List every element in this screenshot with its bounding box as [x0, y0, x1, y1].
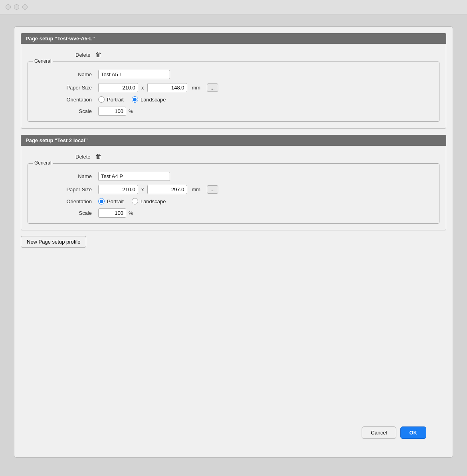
section1-paper-unit: mm [192, 85, 201, 91]
section1-portrait-option[interactable]: Portrait [98, 96, 124, 103]
section1-name-label: Name [34, 71, 98, 77]
section1-portrait-label: Portrait [107, 97, 124, 103]
section2-portrait-label: Portrait [107, 198, 124, 204]
section1-orientation-options: Portrait Landscape [98, 96, 166, 103]
section1-delete-label: Delete [75, 52, 91, 58]
section2-portrait-option[interactable]: Portrait [98, 198, 124, 204]
section2-orientation-label: Orientation [34, 198, 98, 204]
section1-x-sep: x [141, 85, 144, 91]
section2-orientation-row: Orientation Portrait Landscape [34, 198, 433, 204]
section2-delete-button[interactable]: 🗑 [95, 153, 102, 160]
section2-landscape-option[interactable]: Landscape [132, 198, 166, 204]
section2-x-sep: x [141, 186, 144, 192]
section2-body: Delete 🗑 General Name Paper Size [21, 146, 446, 230]
main-content: Page setup “Test-wve-A5-L” Delete 🗑 Gene… [21, 33, 446, 451]
section2-scale-label: Scale [34, 210, 98, 216]
section2-paper-height[interactable] [147, 185, 187, 194]
cancel-button[interactable]: Cancel [362, 426, 396, 439]
section2-landscape-label: Landscape [140, 198, 166, 204]
section2-landscape-radio[interactable] [132, 198, 138, 204]
window-chrome [0, 0, 467, 14]
section1-landscape-label: Landscape [140, 97, 166, 103]
section2-paper-size-row: Paper Size x mm ... [34, 185, 433, 194]
section1-body: Delete 🗑 General Name Paper Size [21, 44, 446, 129]
section1-orientation-row: Orientation Portrait Landscape [34, 96, 433, 103]
section2-portrait-radio[interactable] [98, 198, 105, 204]
section2-scale-row: Scale % [34, 208, 433, 218]
section1-landscape-option[interactable]: Landscape [132, 96, 166, 103]
section1-percent-label: % [129, 108, 133, 114]
section2: Page setup “Test 2 local” Delete 🗑 Gener… [21, 135, 446, 230]
ok-button[interactable]: OK [400, 426, 427, 439]
bottom-bar: Cancel OK [362, 426, 426, 439]
section2-delete-row: Delete 🗑 [28, 151, 439, 163]
section1-name-input[interactable] [98, 70, 170, 79]
section1-delete-button[interactable]: 🗑 [95, 51, 102, 58]
section2-ellipsis-button[interactable]: ... [207, 185, 218, 194]
minimize-button[interactable] [14, 4, 19, 10]
section2-paper-unit: mm [192, 186, 201, 192]
section1-portrait-radio[interactable] [98, 96, 105, 103]
section1-delete-row: Delete 🗑 [28, 49, 439, 61]
section2-name-row: Name [34, 172, 433, 181]
section1-paper-width[interactable] [98, 83, 138, 92]
section2-general-legend: General [33, 160, 53, 166]
dialog-container: Page setup “Test-wve-A5-L” Delete 🗑 Gene… [14, 26, 453, 458]
section1: Page setup “Test-wve-A5-L” Delete 🗑 Gene… [21, 33, 446, 129]
section2-name-input[interactable] [98, 172, 170, 181]
section1-paper-size-label: Paper Size [34, 85, 98, 91]
section1-general-group: General Name Paper Size x mm [28, 61, 439, 122]
section2-scale-input[interactable] [98, 208, 126, 218]
section1-paper-size-inputs: x mm ... [98, 83, 218, 92]
section1-landscape-radio[interactable] [132, 96, 138, 103]
maximize-button[interactable] [22, 4, 28, 10]
section2-orientation-options: Portrait Landscape [98, 198, 166, 204]
section2-percent-label: % [129, 210, 133, 216]
section1-name-row: Name [34, 70, 433, 79]
section1-paper-size-row: Paper Size x mm ... [34, 83, 433, 92]
section1-orientation-label: Orientation [34, 97, 98, 103]
close-button[interactable] [6, 4, 11, 10]
new-page-setup-profile-button[interactable]: New Page setup profile [21, 236, 86, 248]
section1-general-legend: General [33, 58, 53, 64]
section2-name-label: Name [34, 173, 98, 179]
section1-ellipsis-button[interactable]: ... [207, 83, 218, 92]
section2-header: Page setup “Test 2 local” [21, 135, 446, 146]
section2-paper-size-label: Paper Size [34, 186, 98, 192]
section2-paper-size-inputs: x mm ... [98, 185, 218, 194]
section2-general-group: General Name Paper Size x mm [28, 163, 439, 224]
section1-header: Page setup “Test-wve-A5-L” [21, 33, 446, 44]
section1-scale-label: Scale [34, 108, 98, 114]
section2-paper-width[interactable] [98, 185, 138, 194]
section1-scale-input[interactable] [98, 107, 126, 116]
section1-scale-row: Scale % [34, 107, 433, 116]
section1-paper-height[interactable] [147, 83, 187, 92]
section2-delete-label: Delete [75, 154, 91, 160]
